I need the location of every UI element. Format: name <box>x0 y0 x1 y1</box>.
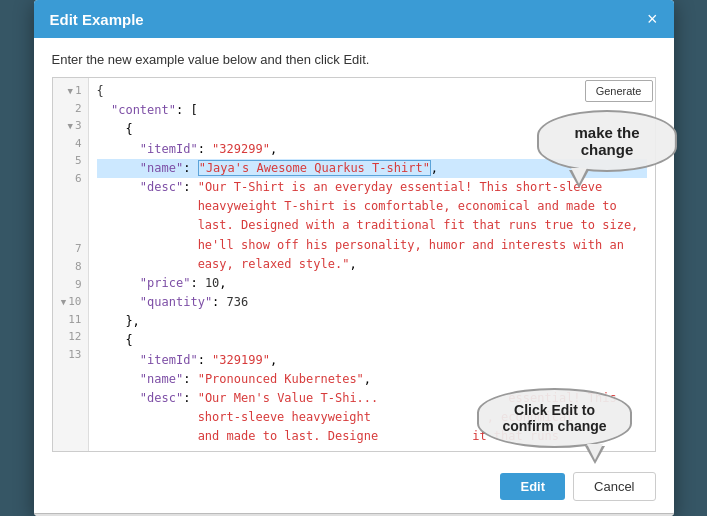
modal-overlay: Edit Example × Enter the new example val… <box>0 0 707 516</box>
code-line-10: { <box>97 331 647 350</box>
bottom-bar: m ontent":[{"itemId":"329299","name":"Qu… <box>34 513 674 516</box>
code-line-6d: he'll show off his personality, humor an… <box>97 236 647 255</box>
code-line-9: }, <box>97 312 647 331</box>
close-button[interactable]: × <box>647 10 658 28</box>
edit-example-dialog: Edit Example × Enter the new example val… <box>34 0 674 516</box>
cancel-button[interactable]: Cancel <box>573 472 655 501</box>
line-numbers: ▼ 1 2 ▼ 3 4 5 6 7 8 9 ▼10 <box>53 78 89 451</box>
code-line-1: { <box>97 82 647 101</box>
code-line-7: "price": 10, <box>97 274 647 293</box>
generate-button[interactable]: Generate <box>585 80 653 102</box>
dialog-body: Enter the new example value below and th… <box>34 38 674 464</box>
code-line-12: "name": "Pronounced Kubernetes", <box>97 370 647 389</box>
code-line-11: "itemId": "329199", <box>97 351 647 370</box>
callout-make-change-text: make the change <box>574 124 639 158</box>
dialog-footer: Edit Cancel <box>34 464 674 513</box>
callout-click-edit-text: Click Edit to confirm change <box>502 402 606 434</box>
code-line-8: "quantity": 736 <box>97 293 647 312</box>
code-line-6c: last. Designed with a traditional fit th… <box>97 216 647 235</box>
dialog-title: Edit Example <box>50 11 144 28</box>
callout-make-change-container: make the change <box>537 110 674 172</box>
dialog-instruction: Enter the new example value below and th… <box>52 52 656 67</box>
dialog-header: Edit Example × <box>34 0 674 38</box>
callout-click-edit-container: Click Edit to confirm change <box>477 388 632 448</box>
code-line-6a: "desc": "Our T-Shirt is an everyday esse… <box>97 178 647 197</box>
code-line-6b: heavyweight T-shirt is comfortable, econ… <box>97 197 647 216</box>
edit-button[interactable]: Edit <box>500 473 565 500</box>
code-line-6e: easy, relaxed style.", <box>97 255 647 274</box>
